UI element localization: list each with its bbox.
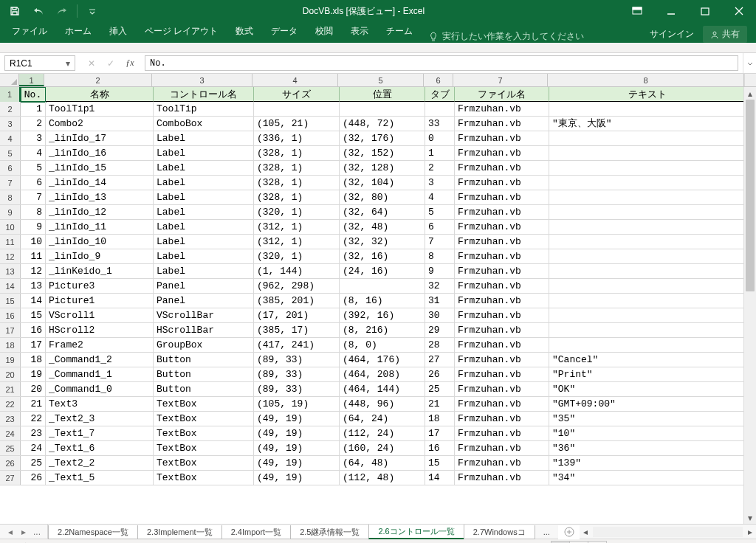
ribbon-tab-view[interactable]: 表示 <box>342 21 377 43</box>
cell[interactable]: Frmzuhan.vb <box>455 190 549 204</box>
cell[interactable] <box>340 102 425 116</box>
row-header[interactable]: 14 <box>0 279 21 293</box>
name-box[interactable]: R1C1 ▾ <box>4 55 75 71</box>
hscroll-track[interactable] <box>593 527 743 537</box>
sheet-tab[interactable]: 2.2Namespace一覧 <box>48 525 138 539</box>
cell[interactable]: コントロール名 <box>154 87 254 102</box>
cell[interactable]: (464, 144) <box>340 382 425 396</box>
cell[interactable]: 21 <box>21 397 46 411</box>
cell[interactable]: 15 <box>425 456 455 470</box>
cell[interactable]: (448, 96) <box>340 397 425 411</box>
cell[interactable]: (32, 104) <box>340 176 425 190</box>
row-header[interactable]: 26 <box>0 456 21 470</box>
cell[interactable]: Label <box>154 131 254 145</box>
cell[interactable]: (49, 19) <box>254 471 340 485</box>
cell[interactable]: "35" <box>549 412 746 426</box>
undo-button[interactable] <box>28 2 49 20</box>
cell[interactable]: 2 <box>425 161 455 175</box>
cell[interactable]: (105, 19) <box>254 397 340 411</box>
cell[interactable]: _Text2_3 <box>46 412 154 426</box>
row-header[interactable]: 15 <box>0 294 21 308</box>
cell[interactable]: Label <box>154 235 254 249</box>
cell[interactable]: Frmzuhan.vb <box>455 382 549 396</box>
row-header[interactable]: 2 <box>0 102 21 116</box>
vertical-scrollbar[interactable]: ▴ ▾ <box>743 87 756 524</box>
cell[interactable]: 11 <box>21 249 46 263</box>
cell[interactable] <box>549 205 746 219</box>
cell[interactable]: _linIdo_9 <box>46 249 154 263</box>
save-button[interactable] <box>4 2 25 20</box>
cell[interactable]: 8 <box>425 249 455 263</box>
cell[interactable]: Frmzuhan.vb <box>455 338 549 352</box>
cell[interactable]: 31 <box>425 294 455 308</box>
cell[interactable]: 22 <box>21 412 46 426</box>
row-header[interactable]: 24 <box>0 426 21 440</box>
cell[interactable]: Frmzuhan.vb <box>455 264 549 278</box>
cell[interactable]: _Text1_7 <box>46 426 154 440</box>
cell[interactable]: 7 <box>425 235 455 249</box>
hscroll-left-button[interactable]: ◂ <box>580 527 592 537</box>
cell[interactable]: 2 <box>21 117 46 131</box>
cell[interactable]: "Cancel" <box>549 353 746 367</box>
cell[interactable]: (32, 64) <box>340 205 425 219</box>
cell[interactable]: Combo2 <box>46 117 154 131</box>
cell[interactable]: "10" <box>549 426 746 440</box>
sheet-more-prefix[interactable]: ... <box>31 527 43 537</box>
cell[interactable]: Picture1 <box>46 294 154 308</box>
cell[interactable]: (112, 24) <box>340 426 425 440</box>
ribbon-display-button[interactable] <box>620 0 654 22</box>
maximize-button[interactable] <box>688 0 722 22</box>
cell[interactable]: No. <box>21 87 46 102</box>
close-button[interactable] <box>722 0 756 22</box>
column-header[interactable]: 2 <box>44 74 152 86</box>
cell[interactable]: VScroll1 <box>46 308 154 322</box>
ribbon-tab-pagelayout[interactable]: ページ レイアウト <box>136 21 227 43</box>
minimize-button[interactable] <box>654 0 688 22</box>
cell[interactable]: (464, 176) <box>340 353 425 367</box>
cell[interactable]: Label <box>154 161 254 175</box>
cell[interactable]: 21 <box>425 397 455 411</box>
cell[interactable]: (49, 19) <box>254 426 340 440</box>
cell[interactable]: Label <box>154 264 254 278</box>
cell[interactable]: 20 <box>21 382 46 396</box>
cell[interactable]: 26 <box>21 471 46 485</box>
sheet-tab[interactable]: 2.3Implement一覧 <box>137 525 222 539</box>
cell[interactable]: 29 <box>425 323 455 337</box>
cell[interactable]: HScroll2 <box>46 323 154 337</box>
cell[interactable]: (328, 1) <box>254 161 340 175</box>
page-layout-view-button[interactable] <box>569 541 588 544</box>
cell[interactable]: Frmzuhan.vb <box>455 456 549 470</box>
cell[interactable]: TextBox <box>154 426 254 440</box>
cell[interactable]: (320, 1) <box>254 205 340 219</box>
column-header[interactable]: 6 <box>424 74 453 86</box>
cell[interactable]: (8, 0) <box>340 338 425 352</box>
cell[interactable]: _linIdo_15 <box>46 161 154 175</box>
column-header[interactable]: 5 <box>338 74 424 86</box>
cell[interactable]: Label <box>154 249 254 263</box>
cell[interactable]: 18 <box>21 353 46 367</box>
row-header[interactable]: 8 <box>0 190 21 204</box>
cell[interactable]: 6 <box>21 176 46 190</box>
cell[interactable]: (24, 16) <box>340 264 425 278</box>
cell[interactable]: 1 <box>21 102 46 116</box>
cell[interactable]: (320, 1) <box>254 249 340 263</box>
cell[interactable]: 25 <box>21 456 46 470</box>
cell[interactable]: Frmzuhan.vb <box>455 161 549 175</box>
cell[interactable]: 26 <box>425 367 455 381</box>
cell[interactable]: 15 <box>21 308 46 322</box>
cell[interactable] <box>549 102 746 116</box>
column-header[interactable]: 3 <box>152 74 252 86</box>
cell[interactable]: (105, 21) <box>254 117 340 131</box>
cell[interactable] <box>549 131 746 145</box>
cell[interactable]: (8, 216) <box>340 323 425 337</box>
cell[interactable]: TextBox <box>154 397 254 411</box>
share-button[interactable]: 共有 <box>703 26 747 43</box>
cell[interactable]: TextBox <box>154 412 254 426</box>
cell[interactable]: (392, 16) <box>340 308 425 322</box>
row-header[interactable]: 6 <box>0 161 21 175</box>
cell[interactable] <box>549 190 746 204</box>
cell[interactable] <box>549 264 746 278</box>
column-header[interactable]: 8 <box>548 74 744 86</box>
cell[interactable]: ToolTip1 <box>46 102 154 116</box>
cell[interactable]: Frmzuhan.vb <box>455 279 549 293</box>
